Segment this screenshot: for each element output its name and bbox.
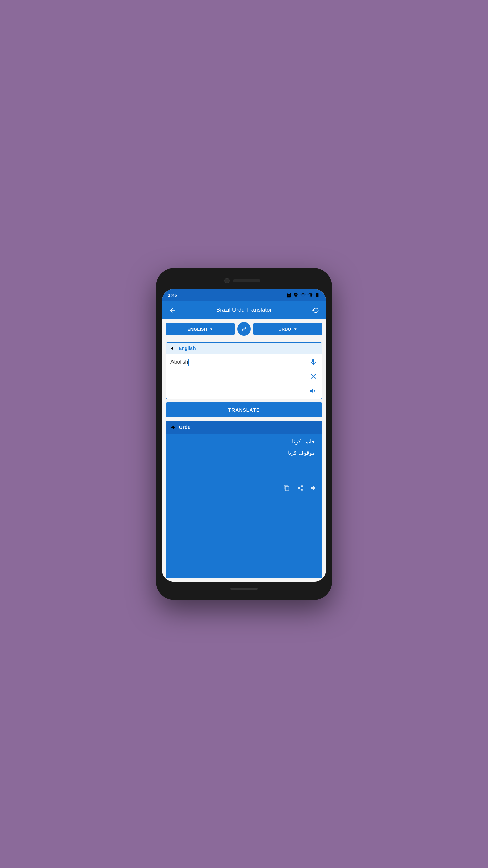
language-selector-row: ENGLISH ▼ URDU ▼: [162, 319, 326, 339]
input-text-display: Abolish: [170, 358, 307, 395]
main-content: English Abolish: [162, 339, 326, 582]
output-line-2: موقوف کرنا: [173, 450, 315, 456]
history-button[interactable]: [310, 306, 321, 314]
output-audio-button[interactable]: [310, 485, 317, 491]
input-speaker-icon[interactable]: [170, 346, 176, 351]
input-section-header: English: [166, 343, 322, 354]
output-speaker-icon[interactable]: [171, 425, 176, 430]
back-button[interactable]: [167, 306, 178, 314]
location-icon: [293, 292, 299, 298]
wifi-icon: [300, 292, 306, 298]
swap-language-button[interactable]: [237, 322, 251, 336]
output-section-label: Urdu: [179, 424, 191, 430]
phone-notch: [162, 274, 326, 288]
svg-rect-0: [311, 293, 312, 296]
swap-icon: [241, 326, 247, 332]
battery-icon: [314, 292, 320, 298]
input-cursor: [188, 359, 189, 366]
clear-icon[interactable]: [309, 372, 318, 380]
phone-screen: 1:46: [162, 289, 326, 582]
phone-camera: [224, 278, 230, 283]
phone-speaker-top: [233, 279, 260, 282]
status-icons: [286, 292, 320, 298]
input-controls: [307, 358, 318, 395]
share-button[interactable]: [297, 485, 304, 491]
svg-rect-1: [310, 294, 311, 296]
app-title: Brazil Urdu Translator: [178, 307, 310, 313]
input-area[interactable]: Abolish: [166, 354, 322, 399]
output-actions: [166, 481, 322, 495]
sim-card-icon: [286, 292, 291, 298]
input-section: English Abolish: [166, 342, 322, 399]
output-line-1: خاتمہ کرنا: [173, 438, 315, 445]
target-language-chevron: ▼: [294, 327, 297, 331]
input-audio-icon[interactable]: [309, 387, 318, 395]
home-bar: [230, 588, 258, 590]
top-bar: Brazil Urdu Translator: [162, 301, 326, 319]
output-section-header: Urdu: [166, 421, 322, 434]
status-bar: 1:46: [162, 289, 326, 301]
source-language-chevron: ▼: [210, 327, 213, 331]
status-time: 1:46: [168, 293, 177, 298]
microphone-icon[interactable]: [309, 358, 318, 366]
source-language-label: ENGLISH: [187, 327, 207, 332]
signal-icon: [307, 292, 313, 298]
phone-frame: 1:46: [156, 268, 332, 600]
target-language-button[interactable]: URDU ▼: [253, 323, 322, 335]
copy-button[interactable]: [283, 485, 290, 491]
output-section: Urdu خاتمہ کرنا موقوف کرنا: [166, 421, 322, 578]
input-section-label: English: [179, 346, 196, 351]
source-language-button[interactable]: ENGLISH ▼: [166, 323, 235, 335]
phone-bottom: [162, 582, 326, 595]
output-body: خاتمہ کرنا موقوف کرنا: [166, 434, 322, 481]
target-language-label: URDU: [278, 327, 291, 332]
translate-button[interactable]: TRANSLATE: [166, 402, 322, 417]
